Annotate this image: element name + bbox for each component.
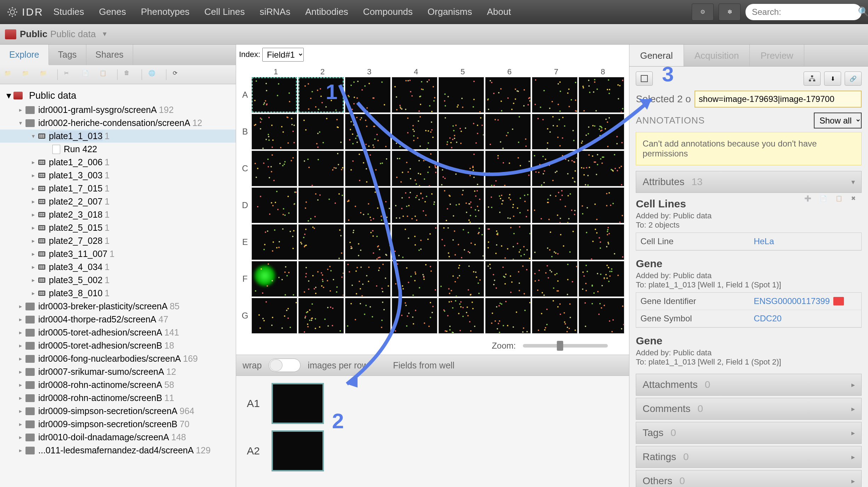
well-B8[interactable] bbox=[579, 114, 624, 149]
tree-node[interactable]: ▸...011-ledesmafernandez-dad4/screenA129 bbox=[0, 444, 236, 457]
field-thumb-A2[interactable] bbox=[272, 430, 324, 471]
well-A4[interactable] bbox=[392, 77, 437, 113]
well-E4[interactable] bbox=[392, 224, 437, 260]
plus-icon[interactable]: ➕ bbox=[804, 195, 815, 206]
well-B3[interactable] bbox=[345, 114, 390, 149]
nav-genes[interactable]: Genes bbox=[99, 6, 126, 17]
search-input[interactable] bbox=[752, 7, 858, 17]
well-C5[interactable] bbox=[439, 151, 484, 186]
well-F5[interactable] bbox=[439, 261, 484, 297]
tab-general[interactable]: General bbox=[629, 45, 684, 66]
well-D6[interactable] bbox=[485, 188, 531, 223]
well-C7[interactable] bbox=[532, 151, 577, 186]
well-C2[interactable] bbox=[298, 151, 344, 186]
well-E8[interactable] bbox=[579, 224, 624, 260]
tree-node[interactable]: ▸plate3_5_0021 bbox=[0, 274, 236, 287]
nav-about[interactable]: About bbox=[487, 6, 511, 17]
well-D2[interactable] bbox=[298, 188, 344, 223]
well-F4[interactable] bbox=[392, 261, 437, 297]
trash-icon[interactable]: 🗑 bbox=[124, 70, 135, 80]
index-select[interactable]: Field#1 bbox=[262, 48, 304, 62]
hierarchy-icon[interactable] bbox=[804, 71, 821, 86]
well-E1[interactable] bbox=[252, 224, 297, 260]
well-B4[interactable] bbox=[392, 114, 437, 149]
fullscreen-icon[interactable] bbox=[636, 71, 653, 86]
tab-explore[interactable]: Explore bbox=[0, 45, 49, 65]
well-A7[interactable] bbox=[532, 77, 577, 113]
field-thumb-A1[interactable] bbox=[272, 383, 324, 424]
well-A6[interactable] bbox=[485, 77, 531, 113]
tree-node[interactable]: ▸plate2_7_0281 bbox=[0, 234, 236, 247]
well-G5[interactable] bbox=[439, 298, 484, 333]
nav-antibodies[interactable]: Antibodies bbox=[305, 6, 348, 17]
tree-node[interactable]: ▸idr0003-breker-plasticity/screenA85 bbox=[0, 300, 236, 313]
well-C4[interactable] bbox=[392, 151, 437, 186]
well-G1[interactable] bbox=[252, 298, 297, 333]
well-F7[interactable] bbox=[532, 261, 577, 297]
nav-phenotypes[interactable]: Phenotypes bbox=[141, 6, 189, 17]
well-C8[interactable] bbox=[579, 151, 624, 186]
tree-node[interactable]: ▾idr0002-heriche-condensation/screenA12 bbox=[0, 116, 236, 130]
paste-icon[interactable]: 📋 bbox=[835, 195, 846, 206]
new-folder3-icon[interactable]: 📁 bbox=[40, 70, 51, 80]
well-C3[interactable] bbox=[345, 151, 390, 186]
tree-node[interactable]: ▸plate2_3_0181 bbox=[0, 208, 236, 221]
well-E3[interactable] bbox=[345, 224, 390, 260]
tree-node[interactable]: ▸plate3_11_0071 bbox=[0, 247, 236, 260]
tab-acquisition[interactable]: Acquisition bbox=[684, 45, 750, 66]
search-box[interactable]: 🔍 bbox=[746, 4, 862, 20]
well-A8[interactable] bbox=[579, 77, 624, 113]
section-attachments[interactable]: Attachments0▸ bbox=[636, 374, 862, 396]
well-E2[interactable] bbox=[298, 224, 344, 260]
wrap-toggle[interactable] bbox=[269, 359, 301, 372]
well-A1[interactable] bbox=[252, 77, 297, 113]
well-G4[interactable] bbox=[392, 298, 437, 333]
section-tags[interactable]: Tags0▸ bbox=[636, 422, 862, 444]
zoom-slider[interactable] bbox=[523, 344, 608, 348]
well-A2[interactable] bbox=[298, 77, 344, 113]
link-url-input[interactable] bbox=[695, 91, 862, 108]
tree-node[interactable]: ▸idr0005-toret-adhesion/screenB18 bbox=[0, 339, 236, 352]
download-icon[interactable]: ⬇ bbox=[824, 71, 841, 86]
well-G8[interactable] bbox=[579, 298, 624, 333]
sparkle-icon[interactable]: ✽ bbox=[719, 4, 741, 21]
tab-preview[interactable]: Preview bbox=[750, 45, 804, 66]
tree-node[interactable]: ▸idr0008-rohn-actinome/screenA58 bbox=[0, 378, 236, 391]
tree-node[interactable]: ▸idr0005-toret-adhesion/screenA141 bbox=[0, 326, 236, 339]
globe-icon[interactable]: 🌐 bbox=[148, 70, 160, 80]
search-icon[interactable]: 🔍 bbox=[858, 6, 868, 17]
attributes-section[interactable]: Attributes 13 ▾ bbox=[636, 171, 862, 193]
gene-id-link[interactable]: ENSG00000117399 bbox=[754, 296, 830, 306]
copy-icon[interactable]: 📄 bbox=[82, 70, 93, 80]
refresh-icon[interactable]: ⟳ bbox=[173, 70, 184, 80]
delete-icon[interactable]: ✖ bbox=[851, 195, 862, 206]
tree-node[interactable]: ▸plate1_7_0151 bbox=[0, 182, 236, 195]
nav-cell-lines[interactable]: Cell Lines bbox=[204, 6, 245, 17]
nav-organisms[interactable]: Organisms bbox=[428, 6, 472, 17]
tree-node[interactable]: Run 422 bbox=[0, 143, 236, 156]
well-F6[interactable] bbox=[485, 261, 531, 297]
section-others[interactable]: Others0▸ bbox=[636, 470, 862, 487]
cut-icon[interactable]: ✂ bbox=[64, 70, 75, 80]
well-B2[interactable] bbox=[298, 114, 344, 149]
tree-node[interactable]: ▸idr0001-graml-sysgro/screenA192 bbox=[0, 103, 236, 116]
tree-node[interactable]: ▸plate3_4_0341 bbox=[0, 260, 236, 274]
gear-icon[interactable]: ⚙ bbox=[692, 4, 714, 21]
tree-node[interactable]: ▸idr0010-doil-dnadamage/screenA148 bbox=[0, 431, 236, 444]
new-folder-icon[interactable]: 📁 bbox=[4, 70, 16, 80]
well-C1[interactable] bbox=[252, 151, 297, 186]
section-comments[interactable]: Comments0▸ bbox=[636, 398, 862, 420]
well-D8[interactable] bbox=[579, 188, 624, 223]
section-ratings[interactable]: Ratings0▸ bbox=[636, 446, 862, 468]
well-B5[interactable] bbox=[439, 114, 484, 149]
well-B6[interactable] bbox=[485, 114, 531, 149]
nav-compounds[interactable]: Compounds bbox=[363, 6, 413, 17]
well-D5[interactable] bbox=[439, 188, 484, 223]
tab-tags[interactable]: Tags bbox=[49, 45, 86, 65]
tree-node[interactable]: ▸idr0008-rohn-actinome/screenB11 bbox=[0, 391, 236, 405]
well-E7[interactable] bbox=[532, 224, 577, 260]
ensembl-icon[interactable] bbox=[833, 297, 844, 305]
well-F3[interactable] bbox=[345, 261, 390, 297]
tree-node[interactable]: ▸idr0009-simpson-secretion/screenB70 bbox=[0, 418, 236, 431]
well-F1[interactable] bbox=[252, 261, 297, 297]
